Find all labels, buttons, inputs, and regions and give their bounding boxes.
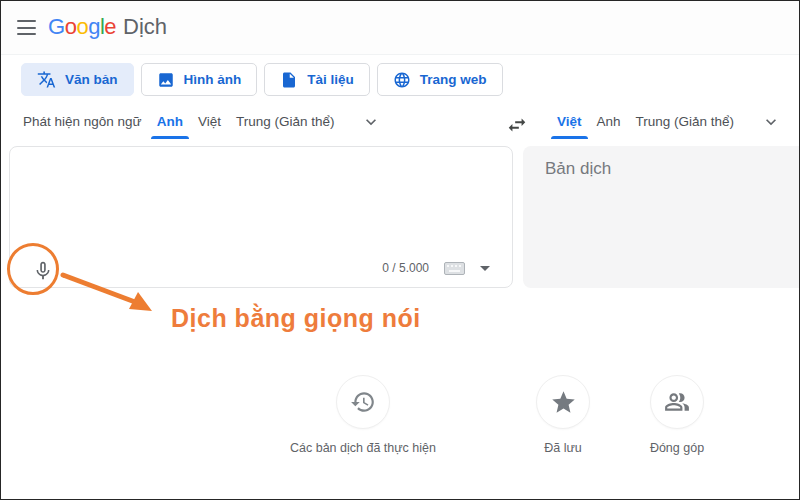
saved-circle[interactable] — [536, 375, 590, 429]
tab-label: Trang web — [420, 72, 487, 87]
target-language-group: Việt Anh Trung (Giản thể) — [557, 110, 781, 139]
contribute-circle[interactable] — [650, 375, 704, 429]
output-placeholder: Bản dịch — [545, 159, 611, 179]
history-label: Các bản dịch đã thực hiện — [290, 441, 436, 455]
translation-output-area: Bản dịch — [523, 146, 800, 288]
source-more-languages-button[interactable] — [361, 112, 381, 138]
source-language-group: Phát hiện ngôn ngữ Anh Việt Trung (Giản … — [23, 110, 381, 139]
tab-label: Văn bản — [65, 72, 118, 87]
logo-letter: o — [76, 14, 88, 40]
google-translate-page: Google Dịch Văn bản Hình ảnh Tài liệu Tr… — [0, 0, 800, 500]
target-lang-vietnamese[interactable]: Việt — [557, 110, 582, 139]
target-lang-english[interactable]: Anh — [597, 110, 621, 139]
source-lang-chinese[interactable]: Trung (Giản thể) — [236, 110, 335, 139]
input-toolbar: 0 / 5.000 — [382, 261, 490, 275]
saved-label: Đã lưu — [544, 441, 582, 455]
web-globe-icon — [393, 71, 411, 89]
keyboard-input-tools-button[interactable] — [444, 262, 465, 275]
app-header: Google Dịch — [1, 1, 799, 55]
logo-letter: G — [48, 14, 65, 40]
tab-text[interactable]: Văn bản — [21, 63, 134, 96]
input-tools-caret-icon[interactable] — [480, 266, 490, 271]
source-lang-detect[interactable]: Phát hiện ngôn ngữ — [23, 110, 142, 139]
document-icon — [280, 71, 298, 89]
history-circle[interactable] — [336, 375, 390, 429]
logo-letter: o — [65, 14, 77, 40]
contribute-label: Đóng góp — [650, 441, 704, 455]
language-bar: Phát hiện ngôn ngữ Anh Việt Trung (Giản … — [1, 110, 799, 142]
history-icon — [350, 389, 376, 415]
google-logo[interactable]: Google Dịch — [48, 14, 167, 40]
mode-tabs: Văn bản Hình ảnh Tài liệu Trang web — [21, 63, 503, 96]
chevron-down-icon — [761, 112, 781, 132]
hamburger-menu-icon[interactable] — [17, 20, 36, 35]
character-counter: 0 / 5.000 — [382, 261, 429, 275]
target-lang-chinese[interactable]: Trung (Giản thể) — [636, 110, 735, 139]
product-name: Dịch — [123, 14, 167, 40]
people-icon — [664, 389, 690, 415]
source-lang-english[interactable]: Anh — [157, 110, 183, 139]
star-icon — [550, 389, 577, 416]
logo-letter: e — [104, 14, 116, 40]
translate-icon — [37, 70, 56, 89]
image-icon — [157, 71, 175, 89]
source-text-area[interactable]: 0 / 5.000 — [9, 146, 513, 288]
target-more-languages-button[interactable] — [761, 112, 781, 138]
tab-label: Hình ảnh — [184, 72, 242, 87]
tab-document[interactable]: Tài liệu — [264, 63, 370, 96]
keyboard-icon — [444, 262, 465, 275]
chevron-down-icon — [361, 112, 381, 132]
tab-image[interactable]: Hình ảnh — [141, 63, 258, 96]
contribute-button[interactable]: Đóng góp — [607, 375, 747, 455]
tab-label: Tài liệu — [307, 72, 354, 87]
history-button[interactable]: Các bản dịch đã thực hiện — [243, 375, 483, 455]
source-lang-vietnamese[interactable]: Việt — [198, 110, 221, 139]
annotation-label: Dịch bằng giọng nói — [171, 304, 421, 333]
tab-website[interactable]: Trang web — [377, 63, 503, 96]
microphone-icon — [32, 260, 54, 282]
logo-letter: g — [88, 14, 100, 40]
swap-languages-button[interactable] — [506, 114, 528, 139]
microphone-button[interactable] — [32, 260, 54, 282]
saved-button[interactable]: Đã lưu — [503, 375, 623, 455]
swap-arrows-icon — [506, 114, 528, 136]
